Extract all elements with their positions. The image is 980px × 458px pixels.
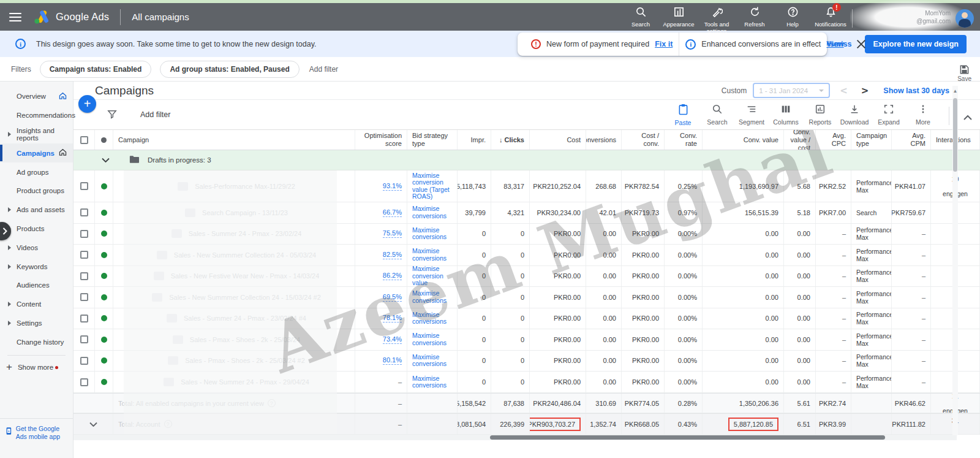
optimisation-score-link[interactable]: 80.1% [383,356,402,365]
row-checkbox[interactable] [80,182,88,190]
sidebar-item-product-groups[interactable]: Product groups [0,181,73,200]
column-header-avg_cpc[interactable]: Avg. CPC [816,130,851,150]
collapse-table-button[interactable] [956,115,980,120]
toolbar-expand-button[interactable]: Expand [872,104,906,126]
row-checkbox[interactable] [80,272,88,280]
optimisation-score-link[interactable]: 66.7% [383,208,402,217]
explore-new-design-button[interactable]: Explore the new design [865,35,967,53]
toolbar-search-button[interactable]: Search [700,104,734,126]
topbar-notifications-button[interactable]: Notifications! [812,6,850,28]
campaign-name[interactable]: Sales - Summer 24 - Pmax - 23/02/24 #4 [184,315,306,322]
column-header-impr[interactable]: Impr. [458,130,491,150]
toolbar-download-button[interactable]: Download [837,104,872,126]
date-range-picker[interactable]: 1 - 31 Jan 2024 [753,83,830,98]
campaign-name[interactable]: Sales-Performance Max-11/29/22 [195,183,295,190]
alert-link-fix-it[interactable]: Fix it [655,40,673,48]
column-header-ctype[interactable]: Campaign type [851,130,892,150]
column-header-name[interactable]: Campaign [113,130,355,150]
cell-expand[interactable] [74,414,113,434]
save-button[interactable]: Save [957,64,971,82]
campaign-name[interactable]: Search Campaign - 13/11/23 [202,209,288,216]
select-all-checkbox[interactable] [80,136,88,144]
sidebar-item-audiences[interactable]: Audiences [0,276,73,295]
toolbar-add-filter[interactable]: Add filter [140,110,170,119]
filter-chip-adgroup-status[interactable]: Ad group status: Enabled, Paused [160,61,299,78]
sidebar-item-recommendations[interactable]: Recommendations [0,106,73,125]
campaign-name[interactable]: Sales - New Summmer Collection 24 - 15/0… [169,294,321,301]
column-header-clicks[interactable]: ↓ Clicks [491,130,530,150]
show-last-30-days-link[interactable]: Show last 30 days [883,86,949,95]
topbar-refresh-button[interactable]: Refresh [736,6,774,28]
sidebar-item-ad-groups[interactable]: Ad groups [0,162,73,181]
horizontal-scrollbar-thumb[interactable] [490,435,885,440]
sidebar-item-settings[interactable]: Settings [0,314,73,333]
menu-icon[interactable] [9,13,21,21]
sidebar-item-keywords[interactable]: Keywords [0,257,73,276]
row-checkbox[interactable] [80,315,88,323]
filter-chip-campaign-status[interactable]: Campaign status: Enabled [40,61,152,78]
sidebar-item-content[interactable]: Content [0,295,73,314]
sidebar-item-change-history[interactable]: Change history [0,332,73,351]
toolbar-paste-button[interactable]: Paste [666,104,700,126]
alert-link-view[interactable]: View [826,40,843,48]
sidebar-item-products[interactable]: Products [0,219,73,239]
column-header-conversions[interactable]: Conversions [586,130,622,150]
column-header-cost[interactable]: Cost [530,130,586,150]
campaign-name[interactable]: Sales - New Summmer Collection 24 - 05/0… [174,251,316,259]
sidebar-item-overview[interactable]: Overview [0,87,73,106]
optimisation-score-link[interactable]: 75.5% [383,229,402,238]
sidebar-show-more[interactable]: + Show more [0,358,73,376]
bid-strategy-link[interactable]: Maximise conversions [412,354,452,368]
optimisation-score-link[interactable]: 78.1% [383,314,402,323]
mobile-app-promo[interactable]: Get the Google Ads mobile app [0,418,73,445]
column-header-bid[interactable]: Bid strategy type [407,130,458,150]
optimisation-score-link[interactable]: 93.1% [383,182,402,191]
bid-strategy-link[interactable]: Maximise conversions [412,248,452,262]
optimisation-score-link[interactable]: 69.5% [383,293,402,302]
next-period-button[interactable]: > [858,85,873,96]
column-header-avg_cpm[interactable]: Avg. CPM [892,130,931,150]
vertical-scrollbar[interactable]: ▲ [952,86,958,435]
optimisation-score-link[interactable]: 82.5% [383,251,402,259]
new-campaign-button[interactable]: + [78,95,96,113]
toolbar-segment-button[interactable]: Segment [734,104,769,126]
row-checkbox[interactable] [80,357,88,365]
optimisation-score-link[interactable]: 73.4% [383,335,402,344]
add-filter-link[interactable]: Add filter [309,65,338,74]
bid-strategy-link[interactable]: Maximise conversions [412,375,452,389]
column-header-cv_cost[interactable]: Conv. value / cost [784,130,816,150]
topbar-help-button[interactable]: Help [774,6,812,28]
row-checkbox[interactable] [80,251,88,259]
bid-strategy-link[interactable]: Maximise conversions [412,332,452,346]
account-info[interactable]: MomYom @gmail.com [856,5,954,29]
avatar[interactable] [956,9,974,28]
bid-strategy-link[interactable]: Maximise conversions [412,290,452,304]
column-header-conv_rate[interactable]: Conv. rate [665,130,703,150]
toolbar-more-button[interactable]: More [906,104,940,126]
topbar-tools-button[interactable]: Tools and settings [698,6,736,34]
column-header-cost_conv[interactable]: Cost / conv. [622,130,665,150]
row-checkbox[interactable] [80,335,88,343]
campaign-name[interactable]: Sales - Pmax - Shoes - 2k - 25/03/24 #2 [185,357,305,364]
bid-strategy-link[interactable]: Maximise conversions [412,311,452,326]
filter-funnel-icon[interactable] [107,109,117,121]
drafts-expand-chevron-icon[interactable] [102,156,110,164]
campaign-name[interactable]: Sales - Pmax - Shoes - 2k - 25/03/24 [190,336,300,343]
campaign-name[interactable]: Sales - New Summer 24 - Pmax - 29/04/24 [181,378,309,386]
bid-strategy-link[interactable]: Maximise conversion value (Target ROAS) [412,172,452,200]
bid-strategy-link[interactable]: Maximise conversions [412,205,452,219]
sidebar-item-insights-and-reports[interactable]: Insights and reports [0,125,73,144]
close-alerts-icon[interactable] [856,39,866,49]
campaign-name[interactable]: Sales - Summer 24 - Pmax - 23/02/24 [189,230,302,237]
optimisation-score-link[interactable]: 86.2% [383,272,402,280]
toolbar-reports-button[interactable]: Reports [803,104,837,126]
row-checkbox[interactable] [80,378,88,386]
sidebar-item-videos[interactable]: Videos [0,238,73,257]
row-checkbox[interactable] [80,208,88,216]
toolbar-columns-button[interactable]: Columns [769,104,803,126]
topbar-search-button[interactable]: Search [622,6,660,28]
column-header-conv_value[interactable]: Conv. value [703,130,784,150]
topbar-appearance-button[interactable]: Appearance [660,6,698,28]
scroll-up-arrow[interactable]: ▲ [952,88,958,94]
column-header-opt[interactable]: Optimisation score [355,130,407,150]
